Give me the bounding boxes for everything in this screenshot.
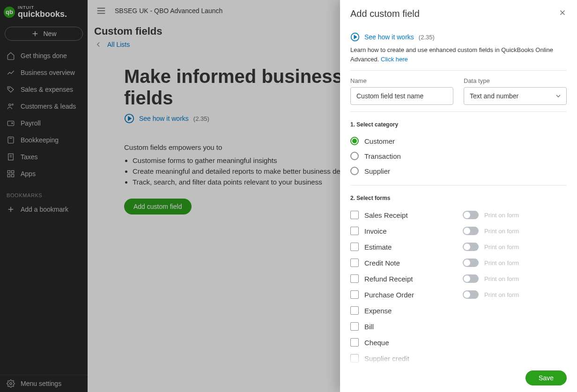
print-toggle[interactable] — [463, 227, 479, 235]
form-checkbox[interactable] — [350, 354, 359, 362]
form-label[interactable]: Sales Receipt — [364, 211, 408, 219]
category-radio-customer[interactable]: Customer — [350, 133, 567, 148]
category-radio-supplier[interactable]: Supplier — [350, 163, 567, 178]
print-toggle[interactable] — [463, 243, 479, 251]
form-label[interactable]: Purchase Order — [364, 291, 414, 299]
close-button[interactable] — [558, 8, 567, 19]
form-label[interactable]: Estimate — [364, 243, 392, 251]
form-checkbox[interactable] — [350, 211, 359, 219]
print-toggle-label: Print on form — [484, 275, 519, 282]
print-toggle-label: Print on form — [484, 212, 519, 219]
print-toggle-label: Print on form — [484, 244, 519, 251]
form-checkbox[interactable] — [350, 259, 359, 267]
form-row: Refund ReceiptPrint on form — [350, 271, 567, 287]
data-type-label: Data type — [464, 77, 567, 84]
section-category-label: 1. Select category — [350, 121, 567, 128]
play-icon[interactable] — [350, 32, 360, 42]
help-click-here-link[interactable]: Click here — [381, 56, 408, 63]
form-checkbox[interactable] — [350, 290, 359, 299]
drawer-see-how-duration: (2.35) — [419, 34, 435, 41]
form-row: InvoicePrint on form — [350, 223, 567, 239]
radio-indicator — [350, 137, 359, 145]
section-forms-label: 2. Select forms — [350, 195, 567, 201]
divider — [350, 70, 567, 71]
category-radio-transaction[interactable]: Transaction — [350, 148, 567, 163]
divider — [350, 185, 567, 185]
form-checkbox[interactable] — [350, 306, 359, 315]
form-row: EstimatePrint on form — [350, 239, 567, 255]
print-toggle-label: Print on form — [484, 259, 519, 266]
form-checkbox[interactable] — [350, 274, 359, 283]
form-row: Bill — [350, 318, 567, 334]
radio-indicator — [350, 167, 359, 175]
form-label[interactable]: Supplier credit — [364, 355, 409, 362]
print-toggle[interactable] — [463, 290, 479, 299]
form-checkbox[interactable] — [350, 338, 359, 347]
form-checkbox[interactable] — [350, 243, 359, 251]
form-label[interactable]: Invoice — [364, 227, 387, 235]
close-icon — [558, 8, 567, 17]
form-row: Sales ReceiptPrint on form — [350, 207, 567, 223]
form-row: Purchase OrderPrint on form — [350, 287, 567, 303]
name-input[interactable] — [350, 87, 453, 105]
form-row: Supplier credit — [350, 350, 567, 364]
print-toggle[interactable] — [463, 211, 479, 219]
save-button[interactable]: Save — [525, 370, 567, 385]
form-label[interactable]: Credit Note — [364, 259, 400, 267]
drawer-title: Add custom field — [350, 8, 420, 19]
form-label[interactable]: Cheque — [364, 339, 389, 347]
radio-label: Transaction — [364, 152, 401, 160]
radio-label: Customer — [364, 137, 395, 145]
name-label: Name — [350, 77, 453, 84]
print-toggle[interactable] — [463, 274, 479, 283]
form-row: Credit NotePrint on form — [350, 255, 567, 271]
drawer-see-how-link[interactable]: See how it works — [364, 33, 414, 41]
radio-label: Supplier — [364, 167, 390, 175]
form-checkbox[interactable] — [350, 322, 359, 331]
print-toggle[interactable] — [463, 259, 479, 267]
form-row: Cheque — [350, 334, 567, 350]
print-toggle-label: Print on form — [484, 228, 519, 235]
divider — [350, 111, 567, 112]
form-label[interactable]: Expense — [364, 307, 392, 315]
radio-indicator — [350, 152, 359, 160]
add-custom-field-drawer: Add custom field See how it works (2.35)… — [340, 0, 577, 392]
form-label[interactable]: Bill — [364, 323, 374, 331]
svg-marker-35 — [354, 36, 356, 39]
print-toggle-label: Print on form — [484, 291, 519, 298]
drawer-help-text: Learn how to create and use enhanced cus… — [350, 45, 567, 64]
data-type-select[interactable] — [464, 87, 567, 105]
form-checkbox[interactable] — [350, 227, 359, 235]
form-row: Expense — [350, 303, 567, 318]
form-label[interactable]: Refund Receipt — [364, 275, 413, 283]
